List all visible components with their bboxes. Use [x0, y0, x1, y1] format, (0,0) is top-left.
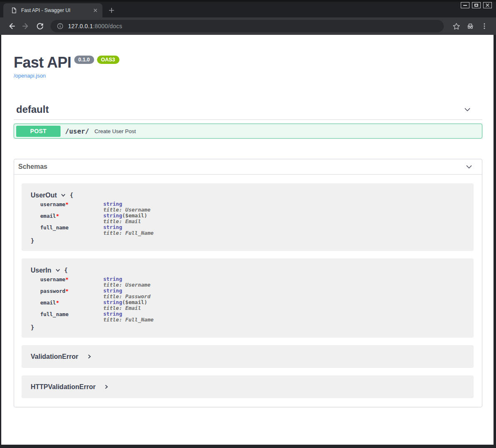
- property-name-text: username: [40, 201, 66, 207]
- operation-path: /user/: [65, 127, 89, 135]
- close-button[interactable]: [483, 2, 492, 8]
- address-bar[interactable]: 127.0.0.1:8000/docs: [51, 20, 444, 32]
- reload-button[interactable]: [34, 20, 46, 32]
- type-name: string: [103, 276, 122, 282]
- required-star: *: [66, 288, 69, 294]
- back-button[interactable]: [6, 20, 17, 32]
- type-name: string: [103, 212, 122, 219]
- chevron-down-icon[interactable]: [55, 268, 61, 273]
- property-title-attr: title: Full_Name: [103, 317, 153, 323]
- tag-section-default: default POST /user/ Create User Post: [14, 104, 482, 139]
- close-icon: [486, 3, 489, 7]
- page-title: Fast API: [14, 54, 71, 71]
- maximize-button[interactable]: [472, 2, 481, 8]
- schemas-header[interactable]: Schemas: [14, 159, 482, 175]
- property-type: stringtitle: Username: [103, 276, 151, 288]
- tag-header[interactable]: default: [14, 104, 482, 120]
- property-name: email*: [40, 213, 103, 224]
- property-type: stringtitle: Password: [103, 288, 151, 299]
- tab-title: Fast API - Swagger UI: [21, 7, 92, 13]
- chevron-right-icon[interactable]: [87, 354, 92, 359]
- model-card-userin: UserIn{username*stringtitle: Usernamepas…: [22, 258, 474, 338]
- tab-close-icon[interactable]: [92, 7, 99, 14]
- type-line: string: [103, 224, 153, 230]
- incognito-icon[interactable]: [464, 20, 476, 32]
- window-controls: [461, 2, 492, 8]
- model-header[interactable]: UserIn{: [31, 266, 465, 274]
- required-star: *: [56, 213, 59, 219]
- api-info-header: Fast API 0.1.0 OAS3: [14, 35, 482, 71]
- schemas-body: UserOut{username*stringtitle: Usernameem…: [14, 175, 482, 407]
- new-tab-button[interactable]: [105, 4, 118, 17]
- schemas-heading: Schemas: [18, 163, 47, 170]
- chevron-down-icon[interactable]: [61, 192, 66, 198]
- model-header[interactable]: HTTPValidationError: [31, 383, 465, 391]
- property-name-text: username: [40, 276, 66, 282]
- property-row: email*string($email)title: Email: [31, 299, 465, 311]
- page-viewport: Fast API 0.1.0 OAS3 /openapi.json defaul…: [0, 35, 496, 448]
- model-card-validationerror: ValidationError: [22, 345, 474, 368]
- model-properties: username*stringtitle: Usernameemail*stri…: [31, 201, 465, 236]
- operation-summary: Create User Post: [95, 128, 136, 134]
- type-name: string: [103, 224, 122, 230]
- site-info-icon[interactable]: [56, 22, 64, 30]
- schemas-section: Schemas UserOut{username*stringtitle: Us…: [14, 159, 482, 407]
- minimize-button[interactable]: [461, 2, 469, 8]
- property-row: password*stringtitle: Password: [31, 288, 465, 299]
- property-title-attr: title: Username: [103, 282, 151, 288]
- chevron-right-icon[interactable]: [104, 384, 109, 390]
- property-name-text: full_name: [40, 224, 68, 231]
- browser-tab[interactable]: Fast API - Swagger UI: [3, 3, 102, 17]
- property-title-attr: title: Email: [103, 219, 147, 224]
- url-path: :8000/docs: [93, 23, 122, 29]
- browser-menu-icon[interactable]: [479, 20, 490, 32]
- type-line: string: [103, 288, 151, 294]
- property-row: email*string($email)title: Email: [31, 213, 465, 224]
- type-line: string($email): [103, 299, 147, 305]
- model-header[interactable]: ValidationError: [31, 353, 465, 360]
- property-title-attr: title: Password: [103, 294, 151, 299]
- type-line: string: [103, 201, 151, 207]
- chevron-down-icon[interactable]: [463, 105, 472, 114]
- property-name-text: password: [40, 288, 66, 294]
- property-row: full_namestringtitle: Full_Name: [31, 311, 465, 323]
- property-type: stringtitle: Full_Name: [103, 224, 153, 236]
- property-title-attr: title: Username: [103, 207, 151, 213]
- bookmark-star-icon[interactable]: [450, 20, 462, 32]
- forward-button[interactable]: [20, 20, 32, 32]
- property-name-text: email: [40, 299, 56, 306]
- model-card-httpvalidationerror: HTTPValidationError: [22, 375, 474, 398]
- required-star: *: [66, 201, 69, 207]
- property-name: email*: [40, 299, 103, 311]
- type-line: string: [103, 276, 151, 282]
- version-badge: 0.1.0: [74, 56, 94, 64]
- property-type: string($email)title: Email: [103, 299, 147, 311]
- open-brace: {: [70, 191, 73, 199]
- type-name: string: [103, 287, 122, 294]
- browser-titlebar: Fast API - Swagger UI: [0, 0, 496, 17]
- property-name-text: email: [40, 213, 56, 219]
- required-star: *: [56, 299, 59, 306]
- property-name-text: full_name: [40, 311, 68, 317]
- property-title-attr: title: Email: [103, 305, 147, 311]
- model-title: UserOut: [31, 191, 57, 199]
- method-badge[interactable]: POST: [16, 126, 61, 137]
- property-title-attr: title: Full_Name: [103, 230, 153, 236]
- maximize-icon: [474, 4, 478, 7]
- close-brace: }: [31, 237, 465, 244]
- browser-window: Fast API - Swagger UI: [0, 0, 496, 448]
- openapi-spec-link[interactable]: /openapi.json: [14, 73, 46, 79]
- type-line: string($email): [103, 213, 147, 219]
- property-type: stringtitle: Username: [103, 201, 151, 213]
- model-header[interactable]: UserOut{: [31, 191, 465, 199]
- operation-post-user[interactable]: POST /user/ Create User Post: [14, 124, 482, 139]
- property-name: username*: [40, 276, 103, 288]
- type-name: string: [103, 299, 122, 305]
- model-title: UserIn: [31, 266, 51, 274]
- page-favicon-icon: [11, 7, 17, 14]
- model-title: ValidationError: [31, 353, 78, 360]
- oas3-badge: OAS3: [97, 56, 119, 64]
- chevron-down-icon[interactable]: [465, 163, 473, 171]
- model-title: HTTPValidationError: [31, 383, 95, 391]
- url-text: 127.0.0.1:8000/docs: [68, 23, 122, 29]
